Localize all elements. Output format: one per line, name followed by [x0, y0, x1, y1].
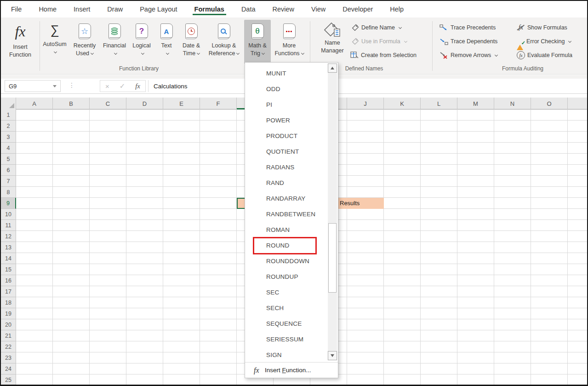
column-header[interactable]: E: [163, 98, 200, 109]
row-header[interactable]: 14: [1, 253, 16, 264]
row-header[interactable]: 9: [1, 198, 16, 209]
function-menu-item[interactable]: SERIESSUM: [245, 332, 338, 347]
menu-tab[interactable]: Review: [272, 1, 296, 17]
row-header[interactable]: 17: [1, 286, 16, 297]
create-from-selection-button[interactable]: Create from Selection: [350, 50, 417, 60]
menu-tab[interactable]: File: [10, 1, 23, 17]
column-header[interactable]: J: [347, 98, 384, 109]
function-menu-item[interactable]: ROMAN: [245, 222, 338, 238]
function-menu-item[interactable]: ROUND: [245, 238, 338, 253]
function-menu-item[interactable]: RAND: [245, 175, 338, 191]
menu-tab[interactable]: View: [310, 1, 326, 17]
row-header[interactable]: 16: [1, 275, 16, 286]
column-header[interactable]: K: [384, 98, 421, 109]
menu-tab[interactable]: Insert: [73, 1, 91, 17]
trace-precedents-button[interactable]: Trace Precedents: [440, 23, 496, 33]
row-header[interactable]: 23: [1, 352, 16, 363]
define-name-button[interactable]: Define Name: [351, 23, 401, 33]
row-header[interactable]: 21: [1, 330, 16, 341]
row-header[interactable]: 7: [1, 176, 16, 187]
show-formulas-button[interactable]: fx Show Formulas: [517, 23, 567, 33]
column-header[interactable]: D: [126, 98, 163, 109]
function-menu-item[interactable]: ODD: [245, 81, 338, 97]
menu-tab[interactable]: Developer: [342, 1, 374, 17]
enter-icon[interactable]: ✓: [120, 82, 126, 90]
function-menu-item[interactable]: PRODUCT: [245, 128, 338, 144]
name-box-dropdown-icon[interactable]: [53, 85, 57, 87]
dropdown-scrollbar[interactable]: [328, 63, 337, 360]
column-header[interactable]: F: [200, 98, 237, 109]
function-menu-item[interactable]: RADIANS: [245, 160, 338, 175]
row-header[interactable]: 12: [1, 231, 16, 242]
cell-results-text[interactable]: Results: [340, 198, 360, 209]
menu-tab[interactable]: Data: [240, 1, 257, 17]
function-menu-item[interactable]: ROUNDUP: [245, 269, 338, 285]
function-menu-item[interactable]: ROUNDDOWN: [245, 253, 338, 269]
function-menu-item[interactable]: PI: [245, 97, 338, 113]
function-menu-item[interactable]: SEC: [245, 285, 338, 300]
remove-arrows-button[interactable]: Remove Arrows: [440, 50, 497, 60]
function-menu-item[interactable]: SIGN: [245, 347, 338, 363]
menu-tab[interactable]: Home: [38, 1, 57, 17]
row-header[interactable]: 8: [1, 187, 16, 198]
name-manager-button[interactable]: Name Manager: [315, 20, 349, 55]
row-header[interactable]: 5: [1, 154, 16, 165]
recently-used-button[interactable]: ☆ Recently Used: [69, 20, 100, 64]
function-menu-item[interactable]: SEQUENCE: [245, 316, 338, 332]
autosum-button[interactable]: ∑ AutoSum: [41, 20, 68, 64]
function-menu-item[interactable]: POWER: [245, 113, 338, 128]
logical-button[interactable]: ? Logical: [129, 20, 154, 64]
text-button[interactable]: A Text: [156, 20, 177, 64]
row-header[interactable]: 13: [1, 242, 16, 253]
column-header[interactable]: O: [531, 98, 568, 109]
column-header[interactable]: C: [90, 98, 126, 109]
name-box[interactable]: G9: [5, 80, 61, 92]
more-functions-button[interactable]: ••• More Functions: [273, 20, 306, 64]
function-menu-item[interactable]: RANDARRAY: [245, 191, 338, 207]
row-header[interactable]: 22: [1, 341, 16, 352]
evaluate-formula-button[interactable]: fx Evaluate Formula: [517, 50, 572, 60]
scrollbar-thumb[interactable]: [328, 223, 337, 293]
menu-tab[interactable]: Formulas: [194, 1, 225, 17]
function-menu-item[interactable]: QUOTIENT: [245, 144, 338, 160]
row-header[interactable]: 10: [1, 209, 16, 220]
row-header[interactable]: 20: [1, 319, 16, 330]
math-trig-button[interactable]: θ Math & Trig: [244, 20, 271, 64]
row-header[interactable]: 24: [1, 363, 16, 374]
financial-button[interactable]: Financial: [102, 20, 127, 64]
column-header[interactable]: N: [494, 98, 531, 109]
column-header[interactable]: A: [16, 98, 53, 109]
row-header[interactable]: 11: [1, 220, 16, 231]
row-header[interactable]: 4: [1, 143, 16, 154]
column-header[interactable]: L: [421, 98, 457, 109]
date-time-button[interactable]: Date & Time: [178, 20, 204, 64]
menu-tab[interactable]: Help: [389, 1, 405, 17]
cancel-icon[interactable]: ×: [105, 82, 109, 90]
insert-function-icon[interactable]: fx: [135, 82, 140, 90]
formula-input[interactable]: Calculations: [154, 79, 188, 94]
row-header[interactable]: 2: [1, 121, 16, 132]
scroll-down-button[interactable]: [328, 351, 337, 360]
row-header[interactable]: 15: [1, 264, 16, 275]
menu-tab[interactable]: Draw: [106, 1, 124, 17]
select-all-corner[interactable]: [1, 98, 16, 109]
function-menu-item[interactable]: RANDBETWEEN: [245, 207, 338, 222]
function-menu-item[interactable]: SECH: [245, 300, 338, 316]
function-menu-item[interactable]: MUNIT: [245, 66, 338, 81]
row-header[interactable]: 6: [1, 165, 16, 176]
column-header[interactable]: B: [53, 98, 90, 109]
scroll-up-button[interactable]: [328, 63, 337, 73]
menu-tab[interactable]: Page Layout: [139, 1, 178, 17]
row-header[interactable]: 3: [1, 132, 16, 143]
row-header[interactable]: 19: [1, 308, 16, 319]
insert-function-button[interactable]: fx Insert Function: [4, 20, 37, 64]
formula-bar-grip-icon[interactable]: ⋮: [69, 81, 75, 89]
lookup-reference-button[interactable]: Lookup & Reference: [206, 20, 242, 64]
row-header[interactable]: 1: [1, 109, 16, 121]
trace-dependents-button[interactable]: Trace Dependents: [440, 36, 497, 46]
column-header[interactable]: M: [457, 98, 494, 109]
row-header[interactable]: 18: [1, 297, 16, 308]
insert-function-menu-item[interactable]: fx Insert Function...: [245, 362, 338, 378]
row-header[interactable]: 25: [1, 374, 16, 386]
error-checking-button[interactable]: ✓ Error Checking: [517, 36, 571, 46]
